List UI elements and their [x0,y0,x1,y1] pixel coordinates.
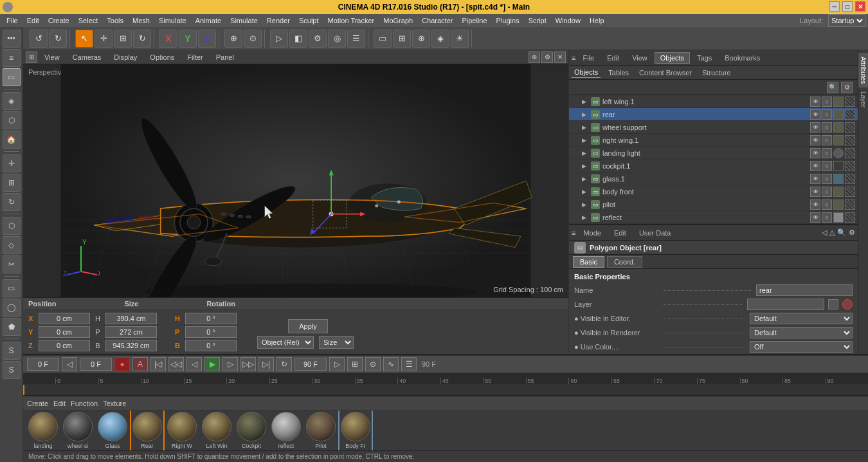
menu-edit[interactable]: Edit [23,15,43,26]
objects-tab-objects[interactable]: Objects [655,52,690,64]
obj-row-cockpit[interactable]: ▶ ▭ cockpit.1 👁 ○ [569,160,858,172]
motion-path-button[interactable]: ∿ [383,357,399,371]
loop-button[interactable]: ↻ [276,357,292,371]
objects-tab-tags[interactable]: Tags [691,52,718,64]
play-button[interactable]: ▶ [204,357,220,371]
scale-tool-button[interactable]: ⊞ [114,30,132,48]
obj-vis-editor-rear[interactable]: 👁 [810,109,820,120]
menu-motion-tracker[interactable]: Motion Tracker [324,15,379,26]
objects-tab-edit[interactable]: Edit [601,52,625,64]
viewport[interactable]: Perspective [23,64,568,297]
tool-model[interactable]: ◈ [3,92,21,110]
world-coord-button[interactable]: ⊕ [224,30,242,48]
viewport-tab-options[interactable]: Options [144,51,180,63]
menu-create[interactable]: Create [44,15,73,26]
attr-tab-mode[interactable]: Mode [578,228,606,238]
layout-dropdown[interactable]: Startup [828,14,865,27]
rotate-tool-button[interactable]: ↻ [133,30,151,48]
timeline-settings-button[interactable]: ☰ [401,357,417,371]
frame-step-left[interactable]: ◁ [62,357,77,371]
tool-select-live[interactable]: ◯ [3,299,21,317]
position-y-input[interactable] [39,326,90,338]
subtab-structure[interactable]: Structure [700,68,734,78]
menu-select[interactable]: Select [75,15,102,26]
obj-vis-render-reflect[interactable]: ○ [822,212,832,223]
render-viewport-button[interactable]: ▷ [270,30,288,48]
mat-item-landing[interactable]: landing [27,411,59,450]
rotation-y-input[interactable] [185,326,237,338]
position-z-input[interactable] [39,340,90,351]
attr-layer-expand[interactable] [828,299,838,310]
obj-vis-render-landing[interactable]: ○ [822,148,832,158]
grid-button[interactable]: ⊞ [393,30,411,48]
obj-vis-render-left-wing[interactable]: ○ [822,97,832,107]
obj-vis-editor-landing[interactable]: 👁 [810,148,820,158]
position-x-input[interactable] [39,313,90,324]
obj-row-wheel-support[interactable]: ▶ ▭ wheel support 👁 ○ [569,121,858,134]
subtab-tables[interactable]: Tables [606,68,631,78]
floor-button[interactable]: ▭ [374,30,392,48]
viewport-close-icon[interactable]: ✕ [554,51,566,63]
attr-nav-up[interactable]: △ [829,228,835,237]
viewport-tab-cameras[interactable]: Cameras [67,51,107,63]
mat-item-glass[interactable]: Glass [96,411,129,450]
attr-settings-icon[interactable]: ⚙ [849,228,855,237]
size-h-input[interactable] [105,313,157,324]
menu-help[interactable]: Help [586,15,608,26]
mat-item-wheel[interactable]: wheel si [62,411,94,450]
mat-item-reflect[interactable]: reflect [270,411,302,450]
obj-row-landing-light[interactable]: ▶ ▭ landing light 👁 ○ [569,147,858,160]
axis-x-button[interactable]: X [159,30,177,48]
light-button[interactable]: ☀ [451,30,469,48]
obj-vis-render-cockpit[interactable]: ○ [822,161,832,171]
tool-knife[interactable]: ✂ [3,255,21,273]
select-tool-button[interactable]: ↖ [75,30,93,48]
obj-vis-render-rear[interactable]: ○ [822,109,832,120]
obj-vis-render-glass[interactable]: ○ [822,174,832,184]
obj-vis-editor-body[interactable]: 👁 [810,187,820,197]
menu-script[interactable]: Script [525,15,550,26]
apply-button[interactable]: Apply [288,319,328,333]
mat-item-cockpit[interactable]: Cockpit [235,411,267,450]
close-button[interactable]: ✕ [855,1,865,12]
menu-simulate2[interactable]: Simulate [226,15,262,26]
mat-item-pilot[interactable]: Pilot [305,411,337,450]
auto-key-button[interactable]: A [132,357,148,371]
attr-visible-renderer-select[interactable]: Default On Off [750,327,853,338]
size-p-input[interactable] [105,326,157,338]
mat-edit[interactable]: Edit [53,400,66,407]
rvtab-attributes[interactable]: Attributes [858,53,868,88]
mat-item-body-front[interactable]: Body Fr [339,411,372,450]
minimize-button[interactable]: ─ [829,1,840,12]
keyframe-add-button[interactable]: ⊞ [347,357,363,371]
menu-animate[interactable]: Animate [192,15,225,26]
viewport-tab-filter[interactable]: Filter [181,51,208,63]
objects-tab-view[interactable]: View [626,52,653,64]
undo-button[interactable]: ↺ [30,30,48,48]
interactive-render-button[interactable]: ◎ [328,30,346,48]
attr-name-input[interactable] [756,284,853,296]
objects-tab-bookmarks[interactable]: Bookmarks [719,52,766,64]
obj-vis-editor-wheel[interactable]: 👁 [810,122,820,133]
timeline-track[interactable] [23,385,868,395]
current-frame-input[interactable] [27,358,59,371]
render-queue-button[interactable]: ☰ [347,30,365,48]
attr-visible-editor-select[interactable]: Default On Off [750,313,853,324]
obj-row-pilot[interactable]: ▶ ▭ pilot 👁 ○ [569,198,858,211]
axis-y-button[interactable]: Y [179,30,197,48]
tool-points[interactable]: ••• [3,30,21,48]
attr-use-color-select[interactable]: Off On Automatic [750,341,853,353]
tool-edges[interactable]: ≡ [3,49,21,67]
viewport-icon[interactable]: ⊞ [26,51,37,63]
attr-search-icon[interactable]: 🔍 [837,228,846,237]
local-coord-button[interactable]: ⊙ [244,30,262,48]
menu-tools[interactable]: Tools [103,15,127,26]
attr-tab-user-data[interactable]: User Data [634,228,676,238]
obj-row-left-wing[interactable]: ▶ ▭ left wing.1 👁 ○ [569,95,858,108]
object-rel-select[interactable]: Object (Rel) Object (Abs) World [257,336,314,349]
tool-move[interactable]: ✛ [3,154,21,172]
attr-panel-icon[interactable]: ≡ [572,229,575,237]
attr-layer-color[interactable] [842,299,853,310]
tool-magnet[interactable]: S [3,342,21,360]
obj-vis-editor-pilot[interactable]: 👁 [810,199,820,210]
